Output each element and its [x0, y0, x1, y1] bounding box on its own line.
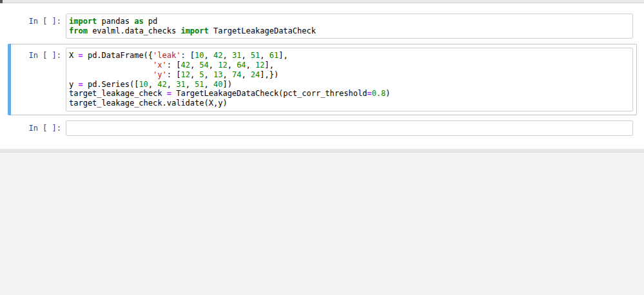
code-editor[interactable]: [66, 120, 633, 137]
page-background: [0, 153, 644, 295]
code-cell[interactable]: In [ ]: X = pd.DataFrame({'leak': [10, 4…: [8, 44, 637, 115]
window-top-strip: [0, 0, 644, 3]
code-content: X = pd.DataFrame({'leak': [10, 42, 31, 5…: [69, 51, 630, 108]
code-editor[interactable]: X = pd.DataFrame({'leak': [10, 42, 31, 5…: [66, 48, 633, 111]
notebook-container: In [ ]: import pandas as pdfrom evalml.d…: [0, 3, 644, 149]
screen: In [ ]: import pandas as pdfrom evalml.d…: [0, 0, 644, 295]
cell-list: In [ ]: import pandas as pdfrom evalml.d…: [8, 10, 637, 140]
code-content: import pandas as pdfrom evalml.data_chec…: [69, 17, 630, 35]
input-prompt: In [ ]:: [12, 14, 66, 26]
code-cell[interactable]: In [ ]: import pandas as pdfrom evalml.d…: [8, 10, 637, 43]
input-prompt: In [ ]:: [12, 48, 66, 61]
code-cell[interactable]: In [ ]:: [8, 117, 637, 140]
window-corner-artifact: [0, 0, 3, 3]
input-prompt: In [ ]:: [12, 120, 66, 133]
code-editor[interactable]: import pandas as pdfrom evalml.data_chec…: [66, 14, 633, 39]
code-content: [69, 124, 630, 133]
